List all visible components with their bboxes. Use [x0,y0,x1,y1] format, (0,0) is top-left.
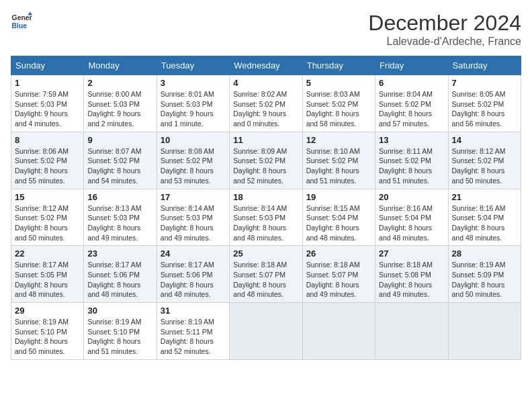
day-number: 24 [161,248,226,259]
calendar-week-row: 22Sunrise: 8:17 AMSunset: 5:05 PMDayligh… [11,246,521,303]
calendar-cell: 2Sunrise: 8:00 AMSunset: 5:03 PMDaylight… [84,75,157,132]
day-info: Sunrise: 8:08 AMSunset: 5:02 PMDaylight:… [161,146,226,186]
day-number: 4 [233,78,298,88]
calendar-cell: 16Sunrise: 8:13 AMSunset: 5:03 PMDayligh… [84,189,157,246]
day-number: 5 [306,78,371,88]
month-title: December 2024 [368,11,521,36]
day-info: Sunrise: 8:10 AMSunset: 5:02 PMDaylight:… [306,146,371,186]
day-number: 17 [161,192,226,202]
day-number: 12 [306,135,371,145]
svg-marker-2 [28,12,32,15]
day-info: Sunrise: 8:16 AMSunset: 5:04 PMDaylight:… [452,203,517,243]
day-info: Sunrise: 8:01 AMSunset: 5:03 PMDaylight:… [161,89,226,129]
calendar-cell: 19Sunrise: 8:15 AMSunset: 5:04 PMDayligh… [302,189,375,246]
day-number: 25 [233,248,298,259]
day-info: Sunrise: 8:19 AMSunset: 5:10 PMDaylight:… [15,317,80,357]
calendar-cell: 10Sunrise: 8:08 AMSunset: 5:02 PMDayligh… [157,132,229,189]
svg-text:Blue: Blue [12,22,28,30]
calendar-week-row: 1Sunrise: 7:59 AMSunset: 5:03 PMDaylight… [11,75,521,132]
day-number: 13 [379,135,444,145]
calendar-table: SundayMondayTuesdayWednesdayThursdayFrid… [11,56,521,360]
calendar-cell: 3Sunrise: 8:01 AMSunset: 5:03 PMDaylight… [157,75,229,132]
calendar-cell [230,303,302,360]
day-info: Sunrise: 8:12 AMSunset: 5:02 PMDaylight:… [452,146,517,186]
day-info: Sunrise: 8:18 AMSunset: 5:07 PMDaylight:… [233,260,298,300]
day-number: 16 [87,192,152,202]
calendar-week-row: 8Sunrise: 8:06 AMSunset: 5:02 PMDaylight… [11,132,521,189]
calendar-cell: 13Sunrise: 8:11 AMSunset: 5:02 PMDayligh… [375,132,448,189]
calendar-header-row: SundayMondayTuesdayWednesdayThursdayFrid… [11,56,521,75]
day-number: 29 [15,306,80,316]
weekday-header-friday: Friday [375,56,448,75]
calendar-cell [302,303,375,360]
calendar-cell [375,303,448,360]
calendar-cell: 29Sunrise: 8:19 AMSunset: 5:10 PMDayligh… [11,303,84,360]
day-info: Sunrise: 8:19 AMSunset: 5:11 PMDaylight:… [161,317,226,357]
day-info: Sunrise: 8:18 AMSunset: 5:08 PMDaylight:… [379,260,444,300]
day-info: Sunrise: 8:04 AMSunset: 5:02 PMDaylight:… [379,89,444,129]
calendar-cell: 9Sunrise: 8:07 AMSunset: 5:02 PMDaylight… [84,132,157,189]
weekday-header-thursday: Thursday [302,56,375,75]
calendar-cell: 20Sunrise: 8:16 AMSunset: 5:04 PMDayligh… [375,189,448,246]
calendar-cell [448,303,521,360]
day-number: 1 [15,78,80,88]
day-number: 23 [87,248,152,259]
calendar-cell: 6Sunrise: 8:04 AMSunset: 5:02 PMDaylight… [375,75,448,132]
location-title: Lalevade-d'Ardeche, France [368,36,521,48]
day-number: 6 [379,78,444,88]
calendar-cell: 27Sunrise: 8:18 AMSunset: 5:08 PMDayligh… [375,246,448,303]
day-number: 18 [233,192,298,202]
day-info: Sunrise: 8:14 AMSunset: 5:03 PMDaylight:… [233,203,298,243]
day-number: 21 [452,192,517,202]
day-number: 31 [161,306,226,316]
calendar-cell: 12Sunrise: 8:10 AMSunset: 5:02 PMDayligh… [302,132,375,189]
day-info: Sunrise: 8:17 AMSunset: 5:06 PMDaylight:… [161,260,226,300]
day-number: 26 [306,248,371,259]
day-info: Sunrise: 8:16 AMSunset: 5:04 PMDaylight:… [379,203,444,243]
day-info: Sunrise: 8:15 AMSunset: 5:04 PMDaylight:… [306,203,371,243]
calendar-week-row: 15Sunrise: 8:12 AMSunset: 5:02 PMDayligh… [11,189,521,246]
calendar-cell: 14Sunrise: 8:12 AMSunset: 5:02 PMDayligh… [448,132,521,189]
calendar-cell: 24Sunrise: 8:17 AMSunset: 5:06 PMDayligh… [157,246,229,303]
calendar-cell: 15Sunrise: 8:12 AMSunset: 5:02 PMDayligh… [11,189,84,246]
day-number: 30 [87,306,152,316]
calendar-cell: 26Sunrise: 8:18 AMSunset: 5:07 PMDayligh… [302,246,375,303]
day-number: 27 [379,248,444,259]
day-number: 14 [452,135,517,145]
weekday-header-saturday: Saturday [448,56,521,75]
svg-text:General: General [12,14,32,21]
weekday-header-tuesday: Tuesday [157,56,229,75]
logo: General Blue [11,11,32,32]
calendar-cell: 4Sunrise: 8:02 AMSunset: 5:02 PMDaylight… [230,75,302,132]
calendar-cell: 7Sunrise: 8:05 AMSunset: 5:02 PMDaylight… [448,75,521,132]
calendar-cell: 23Sunrise: 8:17 AMSunset: 5:06 PMDayligh… [84,246,157,303]
page-header: General Blue December 2024 Lalevade-d'Ar… [11,11,521,48]
day-info: Sunrise: 8:05 AMSunset: 5:02 PMDaylight:… [452,89,517,129]
day-info: Sunrise: 7:59 AMSunset: 5:03 PMDaylight:… [15,89,80,129]
day-info: Sunrise: 8:18 AMSunset: 5:07 PMDaylight:… [306,260,371,300]
day-info: Sunrise: 8:19 AMSunset: 5:10 PMDaylight:… [87,317,152,357]
calendar-cell: 30Sunrise: 8:19 AMSunset: 5:10 PMDayligh… [84,303,157,360]
day-number: 20 [379,192,444,202]
day-info: Sunrise: 8:07 AMSunset: 5:02 PMDaylight:… [87,146,152,186]
day-info: Sunrise: 8:14 AMSunset: 5:03 PMDaylight:… [161,203,226,243]
calendar-cell: 25Sunrise: 8:18 AMSunset: 5:07 PMDayligh… [230,246,302,303]
logo-icon: General Blue [11,11,32,32]
day-number: 11 [233,135,298,145]
calendar-cell: 11Sunrise: 8:09 AMSunset: 5:02 PMDayligh… [230,132,302,189]
day-info: Sunrise: 8:11 AMSunset: 5:02 PMDaylight:… [379,146,444,186]
calendar-cell: 28Sunrise: 8:19 AMSunset: 5:09 PMDayligh… [448,246,521,303]
calendar-cell: 22Sunrise: 8:17 AMSunset: 5:05 PMDayligh… [11,246,84,303]
calendar-week-row: 29Sunrise: 8:19 AMSunset: 5:10 PMDayligh… [11,303,521,360]
calendar-cell: 31Sunrise: 8:19 AMSunset: 5:11 PMDayligh… [157,303,229,360]
day-number: 2 [87,78,152,88]
calendar-cell: 5Sunrise: 8:03 AMSunset: 5:02 PMDaylight… [302,75,375,132]
calendar-cell: 1Sunrise: 7:59 AMSunset: 5:03 PMDaylight… [11,75,84,132]
day-number: 8 [15,135,80,145]
day-info: Sunrise: 8:02 AMSunset: 5:02 PMDaylight:… [233,89,298,129]
day-info: Sunrise: 8:17 AMSunset: 5:06 PMDaylight:… [87,260,152,300]
day-info: Sunrise: 8:12 AMSunset: 5:02 PMDaylight:… [15,203,80,243]
calendar-cell: 8Sunrise: 8:06 AMSunset: 5:02 PMDaylight… [11,132,84,189]
weekday-header-monday: Monday [84,56,157,75]
day-info: Sunrise: 8:17 AMSunset: 5:05 PMDaylight:… [15,260,80,300]
